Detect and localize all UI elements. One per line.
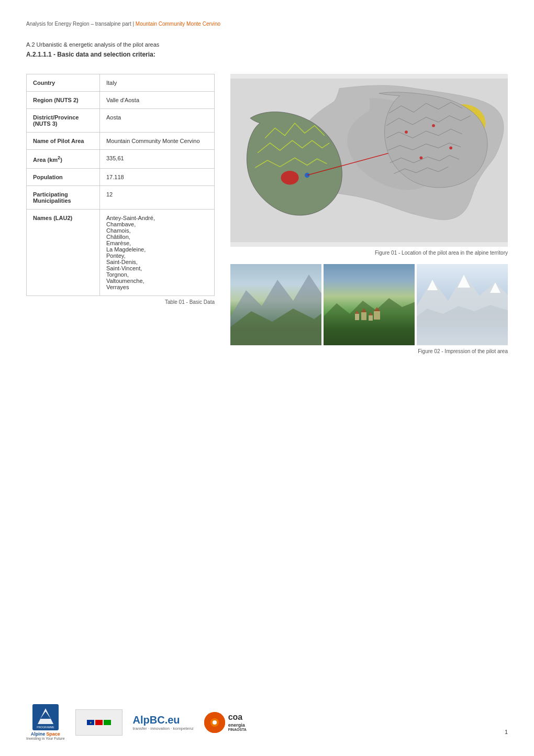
table-row: Participating Municipalities12 [27, 185, 215, 209]
figure1-caption: Figure 01 - Location of the pilot area i… [230, 250, 508, 256]
header: Analysis for Energy Region – transalpine… [26, 21, 508, 27]
table-value: Antey-Saint-André,Chambave,Chamois,Châti… [100, 209, 215, 295]
photo2 [324, 264, 415, 345]
table-label: Name of Pilot Area [27, 133, 100, 150]
alpbc-logo: AlpBC.eu transfer · innovation · kompete… [133, 714, 194, 731]
table-value: 335,61 [100, 150, 215, 169]
alpbc-text: AlpBC.eu [133, 714, 180, 726]
table-label: Region (NUTS 2) [27, 92, 100, 109]
svg-marker-24 [417, 305, 508, 345]
table-value: 17.118 [100, 168, 215, 185]
page: Analysis for Energy Region – transalpine… [0, 0, 534, 756]
table-caption: Table 01 - Basic Data [26, 299, 215, 305]
svg-point-5 [405, 130, 408, 134]
table-row: Names (LAU2)Antey-Saint-André,Chambave,C… [27, 209, 215, 295]
table-row: Population17.118 [27, 168, 215, 185]
left-column: CountryItalyRegion (NUTS 2)Valle d'Aosta… [26, 74, 215, 363]
header-link[interactable]: Mountain Community Monte Cervino [136, 21, 220, 27]
alpine-text1: Alpine [31, 731, 46, 737]
photo3 [417, 264, 508, 345]
svg-rect-15 [361, 312, 366, 320]
eu-flags-logo: ★ [75, 709, 123, 736]
svg-point-2 [305, 173, 309, 178]
header-text: Analysis for Energy Region – transalpine… [26, 21, 136, 27]
table-label: Population [27, 168, 100, 185]
table-row: Area (km2)335,61 [27, 150, 215, 169]
table-label: Participating Municipalities [27, 185, 100, 209]
svg-point-34 [213, 720, 217, 725]
table-label: Names (LAU2) [27, 209, 100, 295]
photos-row [230, 264, 508, 345]
table-value: Aosta [100, 109, 215, 133]
map-figure [230, 74, 508, 247]
table-label: Country [27, 74, 100, 92]
footer: PROGRAMME Alpine Space Investing in Your… [0, 704, 534, 740]
alpine-space-logo: PROGRAMME Alpine Space Investing in Your… [26, 704, 65, 740]
svg-point-8 [420, 156, 423, 159]
table-value: 12 [100, 185, 215, 209]
subtitle1: A.2 Urbanistic & energetic analysis of t… [26, 41, 508, 48]
alpine-text2: Space [46, 731, 60, 737]
map-svg [230, 74, 508, 247]
table-value: Mountain Community Monte Cervino [100, 133, 215, 150]
coa-brand-text: FINAOSTA [228, 728, 247, 732]
figure2-caption: Figure 02 - Impression of the pilot area [230, 348, 508, 354]
svg-rect-14 [355, 314, 359, 320]
alpine-space-icon: PROGRAMME [32, 704, 59, 730]
table-value: Italy [100, 74, 215, 92]
svg-rect-16 [369, 315, 373, 321]
photo1 [230, 264, 321, 345]
coa-circle-icon [204, 712, 225, 733]
table-row: District/Province (NUTS 3)Aosta [27, 109, 215, 133]
alpbc-subtext: transfer · innovation · kompetenz [133, 726, 194, 731]
subtitle2: A.2.1.1.1 - Basic data and selection cri… [26, 51, 508, 58]
table-value: Valle d'Aosta [100, 92, 215, 109]
table-label: Area (km2) [27, 150, 100, 169]
right-column: Figure 01 - Location of the pilot area i… [230, 74, 508, 363]
svg-text:PROGRAMME: PROGRAMME [37, 726, 54, 729]
coa-main-text: coa [228, 712, 247, 722]
data-table: CountryItalyRegion (NUTS 2)Valle d'Aosta… [26, 74, 215, 296]
alpine-subtext: Investing in Your Future [26, 737, 65, 740]
coa-text-block: coa energia FINAOSTA [228, 712, 247, 732]
page-number: 1 [505, 729, 508, 735]
table-label: District/Province (NUTS 3) [27, 109, 100, 133]
table-row: CountryItaly [27, 74, 215, 92]
svg-rect-17 [374, 311, 380, 320]
content-area: CountryItalyRegion (NUTS 2)Valle d'Aosta… [26, 74, 508, 363]
svg-point-1 [281, 171, 299, 185]
table-row: Region (NUTS 2)Valle d'Aosta [27, 92, 215, 109]
table-row: Name of Pilot AreaMountain Community Mon… [27, 133, 215, 150]
svg-point-7 [449, 147, 452, 150]
svg-point-6 [432, 124, 435, 127]
coa-logo: coa energia FINAOSTA [204, 712, 247, 733]
coa-sub-text: energia [228, 722, 247, 728]
